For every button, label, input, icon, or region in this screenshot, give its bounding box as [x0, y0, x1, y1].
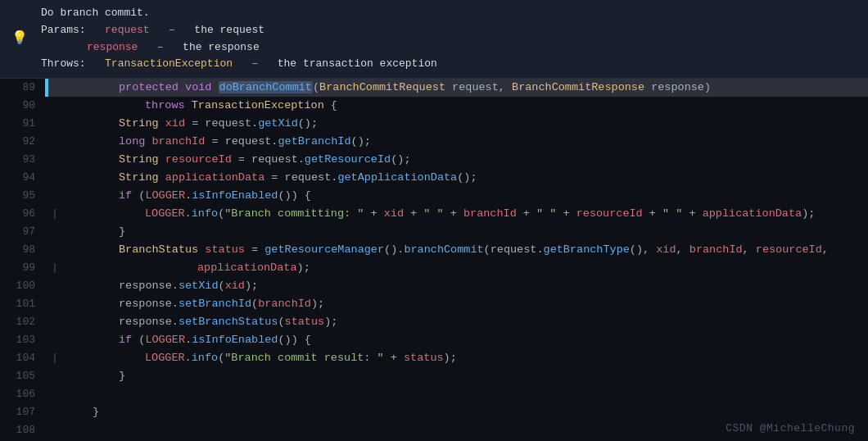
line-num-104: 104 — [0, 349, 45, 367]
pipe-103 — [48, 331, 63, 349]
pipe-99: | — [48, 259, 63, 277]
line-num-98: 98 — [0, 241, 45, 259]
line-content-107: } — [63, 403, 868, 421]
tooltip-throws-desc: the transaction exception — [278, 57, 437, 70]
code-line-94: 94 String applicationData = request.getA… — [0, 169, 868, 187]
line-content-90: throws TransactionException { — [63, 97, 868, 115]
line-num-92: 92 — [0, 133, 45, 151]
line-num-99: 99 — [0, 259, 45, 277]
code-line-90: 90 throws TransactionException { — [0, 97, 868, 115]
pipe-104: | — [48, 349, 63, 367]
pipe-96: | — [48, 205, 63, 223]
pipe-106 — [48, 385, 63, 403]
code-lines: 89 protected void doBranchCommit(BranchC… — [0, 79, 868, 441]
tooltip-text-1: Do branch commit. — [41, 7, 150, 19]
tooltip-params-label: Params: — [41, 24, 86, 36]
pipe-107 — [48, 403, 63, 421]
code-line-107: 107 } — [0, 403, 868, 421]
tooltip-dash2: – — [157, 41, 164, 53]
tooltip-param1-desc: the request — [194, 24, 264, 36]
bulb-icon: 💡 — [11, 29, 28, 50]
line-num-90: 90 — [0, 97, 45, 115]
code-line-93: 93 String resourceId = request.getResour… — [0, 151, 868, 169]
pipe-102 — [48, 313, 63, 331]
tooltip-param2-desc: the response — [183, 41, 260, 53]
pipe-105 — [48, 367, 63, 385]
code-line-104: 104 | LOGGER.info("Branch commit result:… — [0, 349, 868, 367]
line-num-101: 101 — [0, 295, 45, 313]
line-content-104: LOGGER.info("Branch commit result: " + s… — [63, 349, 868, 367]
code-line-98: 98 BranchStatus status = getResourceMana… — [0, 241, 868, 259]
line-content-103: if (LOGGER.isInfoEnabled()) { — [63, 331, 868, 349]
pipe-100 — [48, 277, 63, 295]
line-num-91: 91 — [0, 115, 45, 133]
pipe-98 — [48, 241, 63, 259]
tooltip-dash1: – — [169, 24, 175, 36]
code-line-91: 91 String xid = request.getXid(); — [0, 115, 868, 133]
code-line-106: 106 — [0, 385, 868, 403]
pipe-92 — [48, 133, 63, 151]
line-content-91: String xid = request.getXid(); — [63, 115, 868, 133]
tooltip-area: 💡 Do branch commit. Params: request – th… — [0, 0, 868, 79]
code-line-97: 97 } — [0, 223, 868, 241]
tooltip-dash3: – — [252, 57, 259, 70]
line-content-98: BranchStatus status = getResourceManager… — [63, 241, 868, 259]
line-content-93: String resourceId = request.getResourceI… — [63, 151, 868, 169]
line-num-93: 93 — [0, 151, 45, 169]
line-content-106 — [63, 385, 868, 403]
code-line-95: 95 if (LOGGER.isInfoEnabled()) { — [0, 187, 868, 205]
line-num-105: 105 — [0, 367, 45, 385]
line-content-102: response.setBranchStatus(status); — [63, 313, 868, 331]
line-content-101: response.setBranchId(branchId); — [63, 295, 868, 313]
line-num-94: 94 — [0, 169, 45, 187]
tooltip-line-2: Params: request – the request — [41, 22, 855, 39]
line-content-96: LOGGER.info("Branch committing: " + xid … — [63, 205, 868, 223]
line-num-102: 102 — [0, 313, 45, 331]
pipe-91 — [48, 115, 63, 133]
line-num-108: 108 — [0, 421, 45, 439]
code-line-101: 101 response.setBranchId(branchId); — [0, 295, 868, 313]
pipe-101 — [48, 295, 63, 313]
line-num-107: 107 — [0, 403, 45, 421]
line-content-92: long branchId = request.getBranchId(); — [63, 133, 868, 151]
line-content-89: protected void doBranchCommit(BranchComm… — [63, 79, 868, 97]
line-num-89: 89 — [0, 79, 45, 97]
pipe-108 — [48, 421, 63, 439]
code-line-105: 105 } — [0, 367, 868, 385]
tooltip-line-1: Do branch commit. — [41, 5, 855, 22]
tooltip-param2-name: response — [87, 41, 138, 53]
pipe-94 — [48, 169, 63, 187]
line-num-96: 96 — [0, 205, 45, 223]
line-content-100: response.setXid(xid); — [63, 277, 868, 295]
line-num-103: 103 — [0, 331, 45, 349]
line-num-97: 97 — [0, 223, 45, 241]
line-content-97: } — [63, 223, 868, 241]
line-num-106: 106 — [0, 385, 45, 403]
line-content-99: applicationData); — [63, 259, 868, 277]
pipe-97 — [48, 223, 63, 241]
code-line-89: 89 protected void doBranchCommit(BranchC… — [0, 79, 868, 97]
code-line-92: 92 long branchId = request.getBranchId()… — [0, 133, 868, 151]
line-content-94: String applicationData = request.getAppl… — [63, 169, 868, 187]
pipe-95 — [48, 187, 63, 205]
line-num-95: 95 — [0, 187, 45, 205]
tooltip-param1-name: request — [105, 24, 150, 36]
tooltip-line-3: response – the response — [41, 39, 855, 57]
pipe-93 — [48, 151, 63, 169]
tooltip-throws-label: Throws: — [41, 57, 86, 70]
watermark: CSDN @MichelleChung — [726, 422, 855, 434]
tooltip-exception: TransactionException — [105, 57, 233, 70]
tooltip-line-4: Throws: TransactionException – the trans… — [41, 56, 855, 73]
editor-container: 💡 Do branch commit. Params: request – th… — [0, 0, 868, 441]
pipe-89 — [48, 79, 63, 97]
code-line-96: 96 | LOGGER.info("Branch committing: " +… — [0, 205, 868, 223]
code-line-103: 103 if (LOGGER.isInfoEnabled()) { — [0, 331, 868, 349]
code-area: 89 protected void doBranchCommit(BranchC… — [0, 79, 868, 441]
code-line-102: 102 response.setBranchStatus(status); — [0, 313, 868, 331]
code-line-99: 99 | applicationData); — [0, 259, 868, 277]
line-content-105: } — [63, 367, 868, 385]
pipe-90 — [48, 97, 63, 115]
line-content-95: if (LOGGER.isInfoEnabled()) { — [63, 187, 868, 205]
line-num-100: 100 — [0, 277, 45, 295]
code-line-100: 100 response.setXid(xid); — [0, 277, 868, 295]
